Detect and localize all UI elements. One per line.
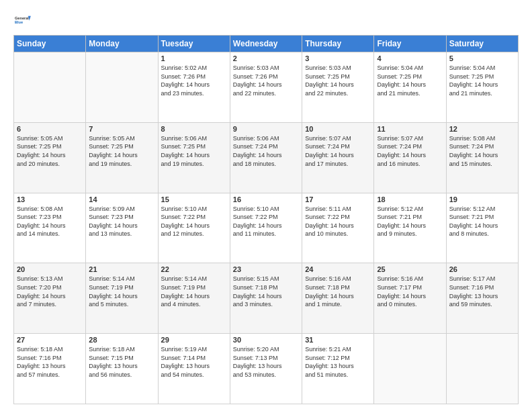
weekday-header: Wednesday [230,36,302,52]
day-info: Sunrise: 5:03 AM Sunset: 7:26 PM Dayligh… [233,64,299,97]
calendar-cell [446,334,518,404]
day-info: Sunrise: 5:06 AM Sunset: 7:24 PM Dayligh… [233,134,299,168]
calendar-cell: 28Sunrise: 5:18 AM Sunset: 7:15 PM Dayli… [86,334,158,404]
day-number: 18 [377,195,443,203]
header: GeneralBlue [13,11,519,30]
calendar-cell: 14Sunrise: 5:09 AM Sunset: 7:23 PM Dayli… [86,193,158,263]
calendar-cell: 16Sunrise: 5:10 AM Sunset: 7:22 PM Dayli… [230,193,302,263]
day-info: Sunrise: 5:12 AM Sunset: 7:21 PM Dayligh… [449,205,515,238]
day-number: 17 [305,195,371,203]
day-number: 27 [17,336,83,344]
day-number: 28 [89,336,154,344]
day-info: Sunrise: 5:12 AM Sunset: 7:21 PM Dayligh… [377,205,443,238]
calendar-cell: 6Sunrise: 5:05 AM Sunset: 7:25 PM Daylig… [14,122,86,193]
day-number: 30 [233,336,299,344]
day-info: Sunrise: 5:11 AM Sunset: 7:22 PM Dayligh… [305,205,371,238]
day-number: 10 [305,125,371,133]
day-info: Sunrise: 5:15 AM Sunset: 7:18 PM Dayligh… [233,275,299,308]
day-number: 7 [89,125,154,133]
calendar-cell: 27Sunrise: 5:18 AM Sunset: 7:16 PM Dayli… [14,334,86,404]
calendar-cell: 9Sunrise: 5:06 AM Sunset: 7:24 PM Daylig… [230,122,302,193]
calendar-week-row: 20Sunrise: 5:13 AM Sunset: 7:20 PM Dayli… [14,263,519,334]
calendar-week-row: 13Sunrise: 5:08 AM Sunset: 7:23 PM Dayli… [14,193,519,263]
day-number: 23 [233,265,299,273]
day-info: Sunrise: 5:16 AM Sunset: 7:17 PM Dayligh… [377,275,443,308]
calendar-cell: 31Sunrise: 5:21 AM Sunset: 7:12 PM Dayli… [302,334,374,404]
day-info: Sunrise: 5:07 AM Sunset: 7:24 PM Dayligh… [377,134,443,168]
day-info: Sunrise: 5:10 AM Sunset: 7:22 PM Dayligh… [233,205,299,238]
day-number: 11 [377,125,443,133]
day-info: Sunrise: 5:04 AM Sunset: 7:25 PM Dayligh… [449,64,515,97]
day-info: Sunrise: 5:19 AM Sunset: 7:14 PM Dayligh… [161,345,227,379]
svg-text:Blue: Blue [15,20,23,24]
day-number: 6 [17,125,83,133]
logo: GeneralBlue [13,11,34,30]
day-number: 29 [161,336,227,344]
day-number: 16 [233,195,299,203]
day-info: Sunrise: 5:04 AM Sunset: 7:25 PM Dayligh… [377,64,443,97]
day-number: 2 [233,54,299,62]
day-info: Sunrise: 5:16 AM Sunset: 7:18 PM Dayligh… [305,275,371,308]
calendar-cell: 7Sunrise: 5:05 AM Sunset: 7:25 PM Daylig… [86,122,158,193]
calendar-cell: 29Sunrise: 5:19 AM Sunset: 7:14 PM Dayli… [158,334,230,404]
calendar-cell: 20Sunrise: 5:13 AM Sunset: 7:20 PM Dayli… [14,263,86,334]
calendar-table: SundayMondayTuesdayWednesdayThursdayFrid… [13,35,519,404]
weekday-header: Sunday [14,36,86,52]
calendar-cell: 1Sunrise: 5:02 AM Sunset: 7:26 PM Daylig… [158,52,230,123]
day-info: Sunrise: 5:02 AM Sunset: 7:26 PM Dayligh… [161,64,227,97]
calendar-cell: 21Sunrise: 5:14 AM Sunset: 7:19 PM Dayli… [86,263,158,334]
weekday-header: Tuesday [158,36,230,52]
day-info: Sunrise: 5:20 AM Sunset: 7:13 PM Dayligh… [233,345,299,379]
calendar-cell [86,52,158,123]
calendar-cell [14,52,86,123]
day-info: Sunrise: 5:18 AM Sunset: 7:16 PM Dayligh… [17,345,83,379]
day-info: Sunrise: 5:08 AM Sunset: 7:23 PM Dayligh… [17,205,83,238]
svg-text:General: General [15,16,29,20]
day-info: Sunrise: 5:13 AM Sunset: 7:20 PM Dayligh… [17,275,83,308]
day-number: 5 [449,54,515,62]
day-number: 12 [449,125,515,133]
calendar-cell: 5Sunrise: 5:04 AM Sunset: 7:25 PM Daylig… [446,52,518,123]
day-number: 4 [377,54,443,62]
logo-icon: GeneralBlue [15,11,34,30]
calendar-cell: 30Sunrise: 5:20 AM Sunset: 7:13 PM Dayli… [230,334,302,404]
day-info: Sunrise: 5:06 AM Sunset: 7:25 PM Dayligh… [161,134,227,168]
calendar-cell: 3Sunrise: 5:03 AM Sunset: 7:25 PM Daylig… [302,52,374,123]
day-number: 15 [161,195,227,203]
calendar-cell [374,334,446,404]
calendar-cell: 13Sunrise: 5:08 AM Sunset: 7:23 PM Dayli… [14,193,86,263]
day-number: 14 [89,195,154,203]
day-info: Sunrise: 5:21 AM Sunset: 7:12 PM Dayligh… [305,345,371,379]
weekday-header: Saturday [446,36,518,52]
page: GeneralBlue SundayMondayTuesdayWednesday… [0,0,532,411]
calendar-week-row: 1Sunrise: 5:02 AM Sunset: 7:26 PM Daylig… [14,52,519,123]
day-number: 22 [161,265,227,273]
day-number: 26 [449,265,515,273]
calendar-cell: 12Sunrise: 5:08 AM Sunset: 7:24 PM Dayli… [446,122,518,193]
weekday-header: Monday [86,36,158,52]
day-number: 3 [305,54,371,62]
day-number: 24 [305,265,371,273]
calendar-cell: 25Sunrise: 5:16 AM Sunset: 7:17 PM Dayli… [374,263,446,334]
calendar-cell: 11Sunrise: 5:07 AM Sunset: 7:24 PM Dayli… [374,122,446,193]
day-info: Sunrise: 5:18 AM Sunset: 7:15 PM Dayligh… [89,345,154,379]
day-info: Sunrise: 5:07 AM Sunset: 7:24 PM Dayligh… [305,134,371,168]
day-info: Sunrise: 5:05 AM Sunset: 7:25 PM Dayligh… [89,134,154,168]
day-info: Sunrise: 5:03 AM Sunset: 7:25 PM Dayligh… [305,64,371,97]
calendar-header-row: SundayMondayTuesdayWednesdayThursdayFrid… [14,36,519,52]
day-info: Sunrise: 5:17 AM Sunset: 7:16 PM Dayligh… [449,275,515,308]
day-info: Sunrise: 5:14 AM Sunset: 7:19 PM Dayligh… [89,275,154,308]
day-info: Sunrise: 5:14 AM Sunset: 7:19 PM Dayligh… [161,275,227,308]
calendar-cell: 22Sunrise: 5:14 AM Sunset: 7:19 PM Dayli… [158,263,230,334]
day-number: 9 [233,125,299,133]
calendar-cell: 4Sunrise: 5:04 AM Sunset: 7:25 PM Daylig… [374,52,446,123]
day-info: Sunrise: 5:05 AM Sunset: 7:25 PM Dayligh… [17,134,83,168]
day-number: 13 [17,195,83,203]
calendar-week-row: 6Sunrise: 5:05 AM Sunset: 7:25 PM Daylig… [14,122,519,193]
calendar-cell: 19Sunrise: 5:12 AM Sunset: 7:21 PM Dayli… [446,193,518,263]
calendar-cell: 26Sunrise: 5:17 AM Sunset: 7:16 PM Dayli… [446,263,518,334]
day-number: 19 [449,195,515,203]
weekday-header: Thursday [302,36,374,52]
calendar-cell: 24Sunrise: 5:16 AM Sunset: 7:18 PM Dayli… [302,263,374,334]
calendar-cell: 15Sunrise: 5:10 AM Sunset: 7:22 PM Dayli… [158,193,230,263]
